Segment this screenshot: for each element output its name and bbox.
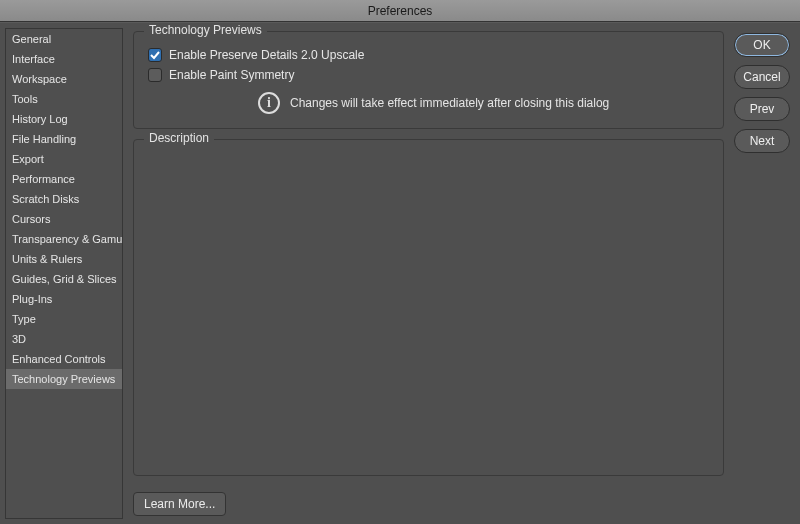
sidebar-item-label: Cursors [12, 213, 51, 225]
learn-more-button[interactable]: Learn More... [133, 492, 226, 516]
window-title: Preferences [368, 4, 433, 18]
prev-button[interactable]: Prev [734, 97, 790, 121]
sidebar-item[interactable]: Units & Rulers [6, 249, 122, 269]
main-panel: Technology Previews Enable Preserve Deta… [123, 23, 730, 524]
sidebar-item[interactable]: Export [6, 149, 122, 169]
next-button[interactable]: Next [734, 129, 790, 153]
sidebar-item-label: Scratch Disks [12, 193, 79, 205]
sidebar-item-label: 3D [12, 333, 26, 345]
checkbox-row: Enable Paint Symmetry [148, 68, 709, 82]
sidebar-item-label: Interface [12, 53, 55, 65]
sidebar-item[interactable]: Transparency & Gamut [6, 229, 122, 249]
window-body: GeneralInterfaceWorkspaceToolsHistory Lo… [0, 22, 800, 524]
description-title: Description [144, 131, 214, 145]
sidebar-item-label: Export [12, 153, 44, 165]
tech-previews-group: Technology Previews Enable Preserve Deta… [133, 31, 724, 129]
sidebar-item-label: Plug-Ins [12, 293, 52, 305]
sidebar-item-label: Type [12, 313, 36, 325]
sidebar-item[interactable]: History Log [6, 109, 122, 129]
sidebar-item[interactable]: 3D [6, 329, 122, 349]
sidebar-item-label: General [12, 33, 51, 45]
sidebar-item-label: History Log [12, 113, 68, 125]
sidebar-item[interactable]: Enhanced Controls [6, 349, 122, 369]
sidebar-item[interactable]: Guides, Grid & Slices [6, 269, 122, 289]
sidebar-item[interactable]: Type [6, 309, 122, 329]
checkbox-row: Enable Preserve Details 2.0 Upscale [148, 48, 709, 62]
sidebar: GeneralInterfaceWorkspaceToolsHistory Lo… [5, 28, 123, 519]
sidebar-item-label: Workspace [12, 73, 67, 85]
titlebar: Preferences [0, 0, 800, 22]
sidebar-item-label: Performance [12, 173, 75, 185]
ok-button[interactable]: OK [734, 33, 790, 57]
sidebar-item-label: Enhanced Controls [12, 353, 106, 365]
info-icon: i [258, 92, 280, 114]
notice-text: Changes will take effect immediately aft… [290, 96, 609, 110]
sidebar-item[interactable]: Technology Previews [6, 369, 122, 389]
checkbox-label: Enable Preserve Details 2.0 Upscale [169, 48, 364, 62]
sidebar-item[interactable]: Plug-Ins [6, 289, 122, 309]
sidebar-item[interactable]: Performance [6, 169, 122, 189]
sidebar-item-label: Units & Rulers [12, 253, 82, 265]
notice-row: i Changes will take effect immediately a… [258, 92, 709, 114]
sidebar-item-label: Guides, Grid & Slices [12, 273, 117, 285]
sidebar-item-label: Tools [12, 93, 38, 105]
sidebar-item[interactable]: Cursors [6, 209, 122, 229]
sidebar-item[interactable]: General [6, 29, 122, 49]
sidebar-item[interactable]: Scratch Disks [6, 189, 122, 209]
group-title: Technology Previews [144, 23, 267, 37]
sidebar-item[interactable]: Tools [6, 89, 122, 109]
checkbox[interactable] [148, 68, 162, 82]
checkbox-label: Enable Paint Symmetry [169, 68, 294, 82]
description-group: Description [133, 139, 724, 476]
sidebar-item-label: Technology Previews [12, 373, 115, 385]
sidebar-item[interactable]: Interface [6, 49, 122, 69]
sidebar-item[interactable]: Workspace [6, 69, 122, 89]
checkbox[interactable] [148, 48, 162, 62]
sidebar-item-label: File Handling [12, 133, 76, 145]
cancel-button[interactable]: Cancel [734, 65, 790, 89]
sidebar-item[interactable]: File Handling [6, 129, 122, 149]
sidebar-item-label: Transparency & Gamut [12, 233, 122, 245]
button-column: OK Cancel Prev Next [730, 23, 800, 524]
